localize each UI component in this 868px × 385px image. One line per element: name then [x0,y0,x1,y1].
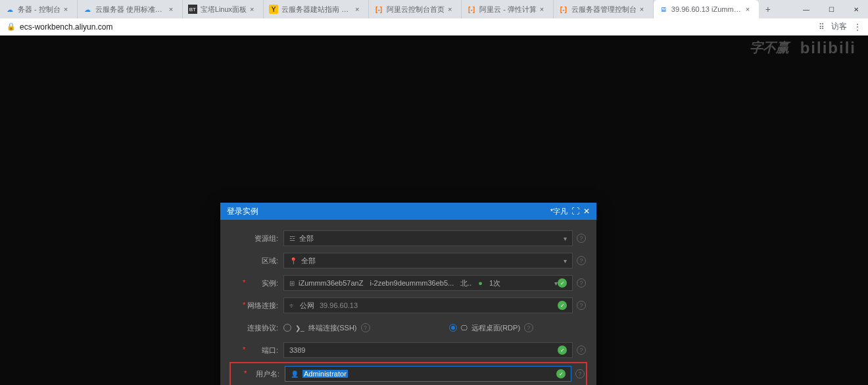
fullscreen-icon[interactable]: ⛶ [571,207,579,216]
tab-title: 宝塔Linux面板 [201,5,247,14]
help-icon[interactable]: ? [577,346,586,355]
network-ip: 39.96.60.13 [320,301,358,309]
browser-chrome: ☁务器 - 控制台× ☁云服务器 使用标准登录方式× BT宝塔Linux面板× … [0,0,868,36]
location-icon: 📍 [289,257,297,265]
help-icon[interactable]: ? [577,301,586,310]
windows-icon: ⊞ [289,280,295,287]
port-input[interactable]: 3389 ✓ [283,342,573,358]
close-icon[interactable]: × [169,5,177,13]
close-icon[interactable]: × [250,5,258,13]
close-icon[interactable]: × [746,5,754,13]
user-icon: 👤 [291,371,299,378]
minimize-button[interactable]: — [794,1,818,17]
menu-icon[interactable]: ⋮ [854,22,861,32]
help-icon[interactable]: ? [575,369,585,378]
page-content: 字不赢 bilibili 登录实例 *字凡 ⛶ ✕ 资源组: ☲ 全部 ▾ ? [0,36,868,385]
modal-title: 登录实例 [227,206,550,217]
watermark-text: 字不赢 [750,39,789,57]
status-dot-icon: ● [478,279,483,287]
modal-body: 资源组: ☲ 全部 ▾ ? 区域: 📍 全部 ▾ [220,220,596,385]
port-label: 端口: [231,346,283,355]
protocol-label: 连接协议: [231,323,283,333]
network-label: 网络连接: [231,301,283,311]
protocol-rdp-radio[interactable]: 🖵 远程桌面(RDP) ? [449,323,534,333]
instance-count: 1次 [489,278,500,288]
url-text[interactable]: ecs-workbench.aliyun.com [20,22,112,32]
username-input[interactable]: 👤 Administrator ✓ [285,366,571,382]
favicon-icon: ☁ [83,5,92,14]
network-row: 网络连接: ᯤ 公网 39.96.60.13 ✓ ? [231,297,586,313]
check-icon: ✓ [558,278,567,288]
browser-tab[interactable]: [-]阿里云控制台首页× [369,0,462,18]
close-icon[interactable]: × [64,5,72,13]
protocol-ssh-radio[interactable]: ❯_ 终端连接(SSH) ? [283,323,370,333]
check-icon: ✓ [558,346,567,355]
browser-tab[interactable]: Y云服务器建站指南 yun3.cc× [264,0,369,18]
maximize-button[interactable]: ☐ [819,1,843,17]
favicon-icon: BT [188,5,197,14]
browser-tab[interactable]: ☁务器 - 控制台× [0,0,78,18]
browser-tab[interactable]: BT宝塔Linux面板× [183,0,264,18]
close-button[interactable]: ✕ [844,1,868,17]
browser-tab[interactable]: [-]云服务器管理控制台× [554,0,654,18]
instance-label: 实例: [231,278,283,288]
network-select[interactable]: ᯤ 公网 39.96.60.13 ✓ [283,297,573,313]
username-label: 用户名: [232,369,285,379]
resource-group-select[interactable]: ☲ 全部 ▾ [283,230,573,246]
desktop-icon: 🖵 [461,324,468,332]
check-icon: ✓ [556,369,566,378]
chevron-down-icon: ▾ [564,257,567,265]
close-icon[interactable]: × [640,5,648,13]
tab-title: 阿里云控制台首页 [387,5,445,14]
guest-badge[interactable]: 访客 [831,21,847,32]
region-label: 区域: [231,256,283,266]
favicon-icon: [-] [467,5,476,14]
help-icon[interactable]: ? [577,278,586,288]
radio-icon [449,324,457,332]
wifi-icon: ᯤ [289,302,296,309]
browser-tab[interactable]: [-]阿里云 - 弹性计算× [462,0,554,18]
help-icon[interactable]: ? [361,323,370,332]
tab-title: 39.96.60.13 iZummm36e [671,5,742,13]
help-icon[interactable]: ? [577,234,586,243]
favicon-icon: [-] [374,5,383,14]
browser-tab[interactable]: 🖥39.96.60.13 iZummm36e× [654,0,759,18]
credentials-highlight: 用户名: 👤 Administrator ✓ ? 密码: � [229,362,587,385]
close-icon[interactable]: × [540,5,548,13]
username-row: 用户名: 👤 Administrator ✓ ? [232,366,585,382]
terminal-icon: ❯_ [295,324,304,332]
new-tab-button[interactable]: + [759,4,777,14]
lock-icon: 🔒 [7,22,16,31]
close-icon[interactable]: × [355,5,363,13]
protocol-row: 连接协议: ❯_ 终端连接(SSH) ? 🖵 远程桌面(RDP) [231,320,586,336]
port-row: 端口: 3389 ✓ ? [231,342,586,358]
header-badge: *字凡 [550,207,567,217]
close-icon[interactable]: ✕ [583,207,590,216]
region-select[interactable]: 📍 全部 ▾ [283,253,573,269]
instance-name: iZummm36eb57anZ [299,279,363,287]
region-row: 区域: 📍 全部 ▾ ? [231,253,586,269]
browser-tab[interactable]: ☁云服务器 使用标准登录方式× [78,0,183,18]
help-icon[interactable]: ? [524,323,533,332]
translate-icon[interactable]: ⠿ [819,22,825,32]
tab-title: 云服务器建站指南 yun3.cc [281,5,352,14]
favicon-icon: [-] [559,5,568,14]
tab-title: 阿里云 - 弹性计算 [479,5,537,14]
help-icon[interactable]: ? [577,256,586,265]
close-icon[interactable]: × [448,5,456,13]
instance-id: i-2zebn9deummm36eb5... [370,279,454,287]
favicon-icon: 🖥 [659,5,668,14]
chevron-down-icon: ▾ [564,235,567,242]
instance-region: 北.. [460,278,471,288]
bilibili-watermark: bilibili [800,39,856,57]
favicon-icon: Y [269,5,278,14]
check-icon: ✓ [558,301,567,310]
window-controls: — ☐ ✕ [794,1,868,17]
resource-group-label: 资源组: [231,234,283,244]
favicon-icon: ☁ [5,5,14,14]
tab-title: 云服务器管理控制台 [571,5,637,14]
tab-title: 务器 - 控制台 [18,5,60,14]
login-instance-modal: 登录实例 *字凡 ⛶ ✕ 资源组: ☲ 全部 ▾ ? [220,203,596,385]
tab-strip: ☁务器 - 控制台× ☁云服务器 使用标准登录方式× BT宝塔Linux面板× … [0,0,868,18]
instance-select[interactable]: ⊞ iZummm36eb57anZ i-2zebn9deummm36eb5...… [283,275,573,291]
